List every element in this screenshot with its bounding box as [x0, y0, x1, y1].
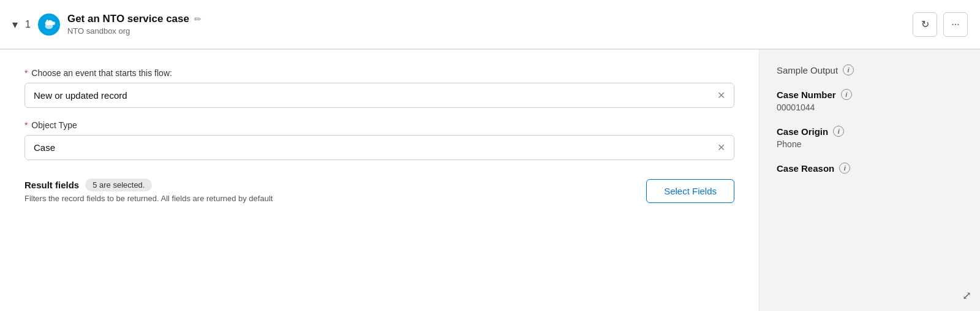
case-reason-info-icon[interactable]: i [839, 163, 850, 174]
header-subtitle: NTO sandbox org [67, 26, 202, 36]
event-field-group: * Choose an event that starts this flow:… [24, 68, 734, 108]
required-star-2: * [24, 120, 28, 130]
edit-icon[interactable]: ✏ [194, 14, 202, 24]
case-number-label: Case Number i [777, 89, 963, 100]
refresh-button[interactable]: ↻ [913, 12, 937, 37]
sample-output-header: Sample Output i [777, 64, 963, 75]
result-fields-label: Result fields [24, 180, 79, 190]
right-panel: Sample Output i Case Number i 00001044 C… [760, 50, 980, 311]
case-reason-label: Case Reason i [777, 163, 963, 174]
sample-output-title: Sample Output [777, 65, 838, 75]
case-reason-field: Case Reason i [777, 163, 963, 176]
left-panel: * Choose an event that starts this flow:… [0, 50, 760, 311]
result-fields-row: Result fields 5 are selected. Filters th… [24, 179, 734, 203]
case-number-value: 00001044 [777, 102, 963, 112]
main-content: * Choose an event that starts this flow:… [0, 50, 980, 311]
select-fields-button[interactable]: Select Fields [646, 179, 734, 203]
object-type-input-value: Case [34, 142, 717, 153]
event-input-value: New or updated record [34, 90, 717, 101]
object-type-clear-icon[interactable]: ✕ [717, 142, 725, 153]
case-origin-label: Case Origin i [777, 126, 963, 137]
case-number-field: Case Number i 00001044 [777, 89, 963, 112]
case-origin-value: Phone [777, 139, 963, 149]
case-origin-field: Case Origin i Phone [777, 126, 963, 149]
header: ▾ 1 Get an NTO service case ✏ NTO sandbo… [0, 0, 980, 49]
sample-output-info-icon[interactable]: i [843, 64, 854, 75]
title-text: Get an NTO service case [67, 13, 189, 25]
step-number: 1 [25, 19, 31, 30]
salesforce-logo [38, 13, 60, 36]
event-clear-icon[interactable]: ✕ [717, 90, 725, 101]
result-fields-left: Result fields 5 are selected. Filters th… [24, 179, 273, 203]
header-title: Get an NTO service case ✏ [67, 13, 202, 25]
result-fields-top: Result fields 5 are selected. [24, 179, 273, 191]
header-right: ↻ ··· [913, 12, 968, 37]
case-number-info-icon[interactable]: i [841, 89, 852, 100]
expand-icon[interactable]: ⤢ [962, 289, 971, 302]
svg-point-0 [45, 23, 53, 29]
object-type-input-box[interactable]: Case ✕ [24, 135, 734, 160]
required-star: * [24, 68, 28, 78]
header-title-group: Get an NTO service case ✏ NTO sandbox or… [67, 13, 202, 36]
header-left: ▾ 1 Get an NTO service case ✏ NTO sandbo… [12, 13, 202, 36]
case-origin-info-icon[interactable]: i [833, 126, 844, 137]
object-type-field-group: * Object Type Case ✕ [24, 120, 734, 160]
result-fields-desc: Filters the record fields to be returned… [24, 194, 273, 203]
selected-count-badge: 5 are selected. [85, 179, 152, 191]
object-type-label: * Object Type [24, 120, 734, 130]
chevron-down-icon[interactable]: ▾ [12, 18, 18, 31]
event-input-box[interactable]: New or updated record ✕ [24, 83, 734, 108]
event-label: * Choose an event that starts this flow: [24, 68, 734, 78]
more-options-button[interactable]: ··· [943, 12, 968, 37]
